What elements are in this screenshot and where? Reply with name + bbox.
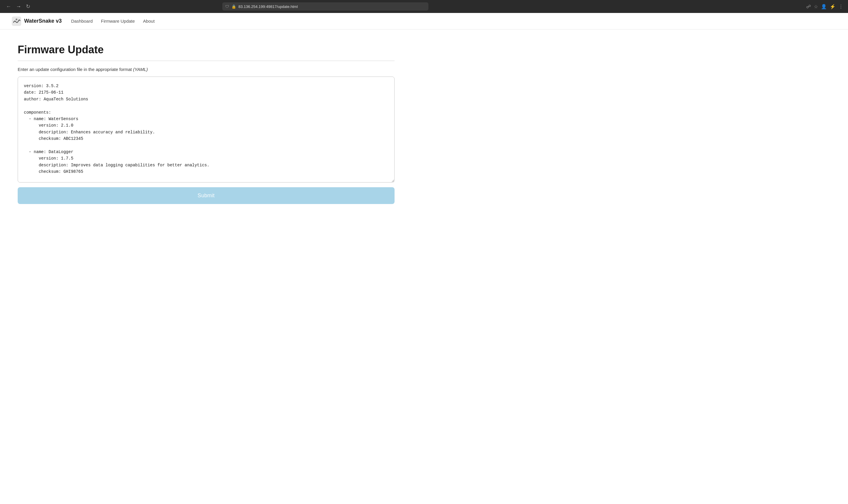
extension-icon[interactable]: ⚡	[830, 4, 836, 10]
yaml-textarea[interactable]: version: 3.5.2 date: 2175-06-11 author: …	[18, 76, 395, 182]
page-description: Enter an update configuration file in th…	[18, 67, 395, 72]
nav-links: Dashboard Firmware Update About	[71, 19, 155, 24]
lock-icon: 🔒	[231, 4, 236, 9]
reload-button[interactable]: ↻	[25, 3, 32, 10]
brand-link[interactable]: WaterSnake v3	[12, 17, 61, 26]
svg-rect-0	[12, 17, 21, 26]
back-button[interactable]: ←	[5, 3, 12, 10]
nav-link-dashboard[interactable]: Dashboard	[71, 19, 92, 23]
translate-icon[interactable]: ☍	[806, 4, 811, 10]
description-format: (YAML)	[133, 67, 148, 72]
nav-item-about[interactable]: About	[143, 19, 155, 24]
app-navbar: WaterSnake v3 Dashboard Firmware Update …	[0, 13, 848, 30]
nav-link-about[interactable]: About	[143, 19, 155, 23]
main-content: Firmware Update Enter an update configur…	[0, 30, 412, 218]
svg-point-1	[16, 19, 17, 20]
profile-icon[interactable]: 👤	[821, 4, 827, 10]
nav-buttons: ← → ↻	[5, 3, 32, 10]
star-icon[interactable]: ☆	[814, 4, 818, 10]
nav-link-firmware[interactable]: Firmware Update	[101, 19, 135, 23]
description-prefix: Enter an update configuration file in th…	[18, 67, 133, 72]
brand-logo-icon	[12, 17, 21, 26]
shield-icon: 🛡	[225, 4, 229, 9]
submit-button[interactable]: Submit	[18, 187, 395, 204]
nav-item-firmware[interactable]: Firmware Update	[101, 19, 135, 24]
address-bar[interactable]: 🛡 🔒 83.136.254.199:49817/update.html	[222, 2, 429, 11]
browser-actions: ☍ ☆ 👤 ⚡ ⋮	[806, 4, 843, 10]
forward-button[interactable]: →	[15, 3, 22, 10]
nav-item-dashboard[interactable]: Dashboard	[71, 19, 92, 24]
url-text: 83.136.254.199:49817/update.html	[238, 4, 298, 9]
menu-icon[interactable]: ⋮	[838, 4, 843, 10]
page-title: Firmware Update	[18, 43, 395, 56]
browser-chrome: ← → ↻ 🛡 🔒 83.136.254.199:49817/update.ht…	[0, 0, 848, 13]
brand-text: WaterSnake v3	[24, 18, 61, 24]
